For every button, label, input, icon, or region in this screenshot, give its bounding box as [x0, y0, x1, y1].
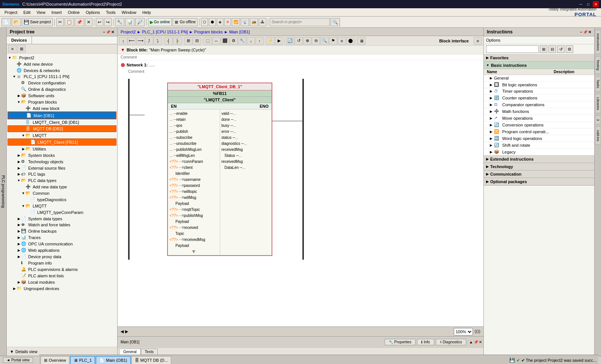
- inst-general[interactable]: ▶ General: [484, 75, 594, 81]
- inst-conversion[interactable]: ▶ 🔄 Conversion operations: [484, 122, 594, 128]
- bc-item-2[interactable]: Program blocks: [194, 30, 223, 34]
- tab-devices[interactable]: Devices: [7, 36, 32, 44]
- toolbar-extra6[interactable]: 📻: [250, 18, 258, 26]
- general-tab[interactable]: General: [119, 349, 141, 355]
- expand-bottom[interactable]: ▲: [469, 340, 473, 344]
- inst-shift-rotate[interactable]: ▶ 🔃 Shift and rotate: [484, 142, 594, 149]
- bc-item-0[interactable]: Project2: [121, 30, 136, 34]
- inst-bit-logic[interactable]: ▶ 🔲 Bit logic operations: [484, 81, 594, 88]
- search-input[interactable]: [486, 45, 539, 53]
- minimize-btn[interactable]: ─: [578, 1, 584, 7]
- zoom-select[interactable]: 50% 75% 100% 125% 150% 200%: [454, 328, 473, 335]
- tree-item-device-proxy[interactable]: ▶ 📄 Device proxy data: [8, 253, 116, 260]
- tree-item-device-config[interactable]: ⚙ Device configuration: [8, 80, 116, 86]
- inst-timer[interactable]: ▶ ⏱ Timer operations: [484, 88, 594, 95]
- tree-item-lmqtt-folder[interactable]: ▼ 📂 LMQTT: [8, 132, 116, 138]
- et-btn15[interactable]: ↓: [247, 37, 255, 45]
- taskbar-overview[interactable]: ⊞ Overview: [41, 356, 69, 364]
- vtab-instructions[interactable]: Instructions: [595, 30, 601, 54]
- tree-item-add-block[interactable]: ➕ Add new block: [8, 105, 116, 111]
- expand-left[interactable]: ◀: [121, 329, 124, 334]
- et-btn24[interactable]: ⚑: [329, 37, 337, 45]
- toolbar-extra7[interactable]: 🖧: [259, 18, 266, 26]
- expand-icon[interactable]: ▼: [121, 47, 125, 53]
- tree-item-mqtt-db2[interactable]: 🗄 MQTT DB [DB2]: [8, 125, 116, 132]
- tree-item-plc-tags[interactable]: ▶ 🏷 PLC tags: [8, 171, 116, 177]
- tree-tb2[interactable]: ⊞: [17, 45, 26, 53]
- et-btn25[interactable]: ≡: [338, 37, 346, 45]
- toolbar-btn3[interactable]: 🔎: [135, 18, 145, 26]
- technology-header[interactable]: ▶ Technology: [484, 163, 594, 170]
- menu-tools[interactable]: Tools: [103, 9, 119, 15]
- editor-area[interactable]: ▼ Block title: "Main Program Sweep (Cycl…: [118, 46, 483, 326]
- search-config-btn1[interactable]: ⊞: [540, 45, 547, 53]
- et-btn16[interactable]: ↑: [255, 37, 264, 45]
- cut-btn[interactable]: ✂: [56, 18, 64, 26]
- vtab-testing[interactable]: Testing: [595, 56, 601, 74]
- tree-item-lmqtt-db1[interactable]: 🗄 LMQTT_Client_DB [DB1]: [8, 119, 116, 125]
- window-controls[interactable]: ─ □ ✕: [578, 1, 599, 7]
- open-btn[interactable]: 📂: [12, 18, 21, 26]
- et-btn26[interactable]: ⬤: [346, 37, 355, 45]
- instructions-pin-btn[interactable]: 📌: [583, 30, 587, 34]
- et-btn18[interactable]: ▶: [275, 37, 283, 45]
- toolbar-extra5[interactable]: 📡: [241, 18, 249, 26]
- favorites-header[interactable]: ▶ Favorites: [484, 54, 594, 62]
- menu-edit[interactable]: Edit: [20, 9, 33, 15]
- toolbar-extra2[interactable]: ⬢: [209, 18, 216, 26]
- menu-project[interactable]: Project: [2, 9, 20, 15]
- vtab-3[interactable]: 3: [595, 116, 601, 124]
- close-bottom[interactable]: ✕: [479, 340, 482, 344]
- copy-btn[interactable]: 📋: [65, 18, 74, 26]
- go-online-btn[interactable]: ▶Go online: [148, 18, 172, 26]
- et-extra1[interactable]: ≡: [474, 37, 482, 45]
- vtab-tasks[interactable]: Tasks: [595, 76, 601, 92]
- extended-header[interactable]: ▶ Extended instructions: [484, 156, 594, 163]
- delete-btn[interactable]: ✕: [85, 18, 92, 26]
- tree-item-plc-data-types[interactable]: ▼ 📂 PLC data types: [8, 177, 116, 184]
- vtab-addins[interactable]: Add-ins: [595, 126, 601, 145]
- search-btn[interactable]: 🔍: [331, 18, 340, 26]
- tree-item-ext-source[interactable]: ▶ 📄 External source files: [8, 165, 116, 171]
- et-btn10[interactable]: ⬚: [204, 37, 212, 45]
- et-btn7[interactable]: ├: [173, 37, 181, 45]
- maximize-btn[interactable]: □: [585, 1, 591, 7]
- tree-item-software-units[interactable]: ▶ 📦 Software units: [8, 92, 116, 99]
- et-btn8[interactable]: ⊞: [184, 37, 192, 45]
- tree-item-plc1[interactable]: ▼ 🖥 PLC_1 [CPU 1511-1 PN]: [8, 74, 116, 80]
- new-btn[interactable]: 📄: [2, 18, 11, 26]
- vtab-libraries[interactable]: Libraries: [595, 94, 601, 114]
- optional-header[interactable]: ▶ Optional packages: [484, 178, 594, 185]
- instructions-collapse-btn[interactable]: −: [580, 30, 582, 34]
- stop-btn[interactable]: ✕: [224, 18, 231, 26]
- texts-tab[interactable]: Texts: [141, 349, 158, 355]
- taskbar-plc1[interactable]: 🖥 PLC_1: [70, 356, 95, 364]
- toolbar-extra4[interactable]: 📶: [232, 18, 240, 26]
- menu-insert[interactable]: Insert: [48, 9, 65, 15]
- instructions-close-btn[interactable]: ✕: [588, 30, 591, 34]
- menu-options[interactable]: Options: [83, 9, 103, 15]
- inst-word-logic[interactable]: ▶ 🔤 Word logic operations: [484, 135, 594, 142]
- inst-math[interactable]: ▶ ➗ Math functions: [484, 108, 594, 115]
- inst-counter[interactable]: ▶ 🔢 Counter operations: [484, 95, 594, 101]
- et-btn9[interactable]: ⊟: [193, 37, 201, 45]
- bc-item-1[interactable]: PLC_1 [CPU 1511-1 PN]: [142, 30, 188, 34]
- et-btn12[interactable]: ⬛: [221, 37, 229, 45]
- menu-view[interactable]: View: [33, 9, 48, 15]
- tree-item-traces[interactable]: ▶ 📊 Traces: [8, 234, 116, 241]
- menu-window[interactable]: Window: [119, 9, 139, 15]
- close-btn[interactable]: ✕: [593, 1, 599, 7]
- toolbar-extra1[interactable]: ⬡: [201, 18, 208, 26]
- properties-tab[interactable]: 🔧 Properties: [385, 339, 415, 345]
- redo-btn[interactable]: ↪: [104, 18, 112, 26]
- search-config-btn3[interactable]: ↺: [557, 45, 565, 53]
- et-btn13[interactable]: ⚙: [230, 37, 238, 45]
- et-btn20[interactable]: ↺: [294, 37, 303, 45]
- tree-item-lmqtt-data[interactable]: ▼ 📂 LMQTT: [8, 203, 116, 209]
- tree-item-common[interactable]: ▼ 📂 Common: [8, 190, 116, 196]
- portal-view-btn[interactable]: ◄ Portal view: [3, 357, 33, 363]
- tree-pin-btn[interactable]: 📌: [106, 30, 110, 34]
- bc-item-3[interactable]: Main [OB1]: [229, 30, 250, 34]
- pin-bottom[interactable]: 📌: [474, 340, 478, 344]
- tree-item-local-modules[interactable]: ▶ 📦 Local modules: [8, 279, 116, 285]
